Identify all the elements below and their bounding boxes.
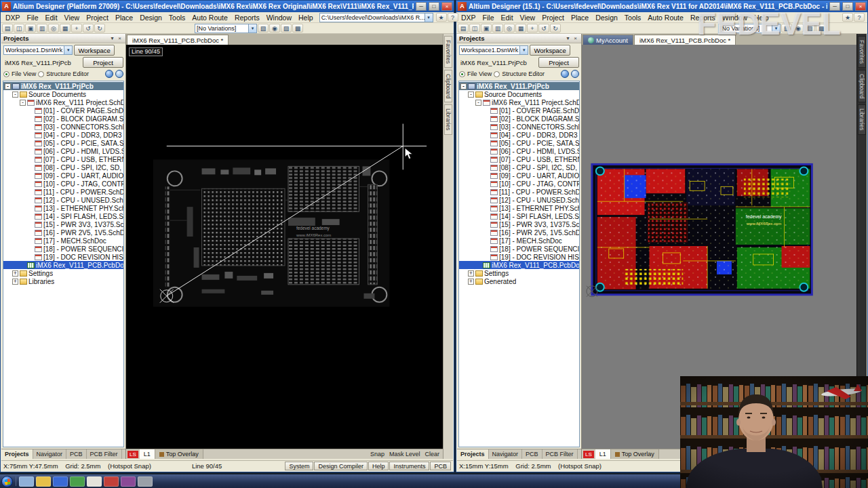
- tree-item[interactable]: [02] - BLOCK DIAGRAM.SchD: [459, 115, 579, 123]
- tree-expand-icon[interactable]: [483, 254, 489, 260]
- new-document-icon[interactable]: ▤: [458, 24, 469, 33]
- tree-item[interactable]: - iMX6 Rex_V111.PrjPcb: [3, 82, 123, 90]
- tree-expand-icon[interactable]: [483, 157, 489, 163]
- close-button[interactable]: ×: [441, 2, 452, 11]
- print-icon[interactable]: ▥: [492, 24, 503, 33]
- tree-item[interactable]: [14] - SPI FLASH, LEDS.SchDc: [459, 212, 579, 220]
- tree-item[interactable]: [17] - MECH.SchDoc: [3, 237, 123, 245]
- dropdown-arrow-icon[interactable]: ▾: [425, 14, 433, 22]
- tree-expand-icon[interactable]: [27, 189, 33, 195]
- document-tab[interactable]: MyAccount: [583, 35, 633, 45]
- tree-expand-icon[interactable]: [27, 165, 33, 171]
- refresh-icon[interactable]: [105, 70, 113, 78]
- side-panel-tab[interactable]: Libraries: [444, 104, 452, 135]
- route-icon[interactable]: ▨: [804, 24, 815, 33]
- maximize-button[interactable]: □: [842, 2, 853, 11]
- file-view-radio[interactable]: [459, 71, 465, 77]
- tree-item[interactable]: [18] - POWER SEQUENCING.: [459, 245, 579, 253]
- menu-item[interactable]: DXP: [458, 12, 479, 23]
- panel-tab[interactable]: Projects: [1, 449, 33, 459]
- panel-close-icon[interactable]: ×: [116, 35, 123, 41]
- area-select-icon[interactable]: ▦: [60, 24, 71, 33]
- grid-icon[interactable]: ▩: [292, 24, 303, 33]
- favorites-icon[interactable]: ★: [842, 13, 853, 22]
- tree-item[interactable]: [07] - CPU - USB, ETHERNET: [3, 155, 123, 163]
- variations-combo[interactable]: [No Variations] ▾: [195, 24, 257, 33]
- maximize-button[interactable]: □: [429, 2, 439, 11]
- address-combo[interactable]: C:\Users\fedevel\Downloads\iMX6 R... ▾: [319, 13, 433, 22]
- tree-expand-icon[interactable]: [483, 197, 489, 203]
- tree-expand-icon[interactable]: +: [468, 279, 474, 285]
- tree-expand-icon[interactable]: -: [468, 92, 474, 98]
- taskbar-app-altium[interactable]: [104, 476, 119, 487]
- menu-item[interactable]: Auto Route: [644, 12, 687, 23]
- tree-item[interactable]: [01] - COVER PAGE.SchDoc: [459, 106, 579, 115]
- side-panel-tab[interactable]: Libraries: [858, 104, 866, 135]
- route-icon[interactable]: ▨: [281, 24, 292, 33]
- project-button[interactable]: Project: [538, 57, 579, 68]
- file-view-radio[interactable]: [3, 71, 9, 77]
- tree-item[interactable]: [12] - CPU - UNUSED.SchDoc: [459, 196, 579, 204]
- layer-set-chip[interactable]: LS: [583, 451, 594, 458]
- tree-item[interactable]: [04] - CPU - DDR3, DDR3 MEM: [3, 131, 123, 139]
- tree-expand-icon[interactable]: [483, 238, 489, 244]
- tree-item[interactable]: [17] - MECH.SchDoc: [459, 237, 579, 245]
- tree-expand-icon[interactable]: [483, 189, 489, 195]
- tree-item[interactable]: [08] - CPU - SPI, I2C, SD, MM: [459, 163, 579, 171]
- panel-tab[interactable]: PCB Filter: [87, 449, 122, 459]
- tree-expand-icon[interactable]: [27, 124, 33, 130]
- tree-item[interactable]: [08] - CPU - SPI, I2C, SD, MMC: [3, 163, 123, 171]
- wiring-icon[interactable]: ▧: [258, 24, 269, 33]
- tree-expand-icon[interactable]: [27, 157, 33, 163]
- taskbar-app-folder[interactable]: [36, 476, 51, 487]
- tree-item[interactable]: [04] - CPU - DDR3, DDR3 ME: [459, 131, 579, 139]
- redo-icon[interactable]: ↻: [550, 24, 561, 33]
- tree-expand-icon[interactable]: [27, 148, 33, 155]
- tree-item[interactable]: [15] - PWR 3V3, 1V375.SchD: [3, 220, 123, 228]
- undo-icon[interactable]: ↺: [538, 24, 549, 33]
- menu-item[interactable]: DXP: [2, 12, 24, 23]
- tree-item[interactable]: [02] - BLOCK DIAGRAM.SchD: [3, 115, 123, 123]
- menu-item[interactable]: Reports: [231, 12, 263, 23]
- tree-expand-icon[interactable]: [27, 108, 33, 114]
- taskbar-app-browser[interactable]: [53, 476, 68, 487]
- menu-item[interactable]: Help: [295, 12, 317, 23]
- side-panel-tab[interactable]: Favorites: [858, 36, 866, 68]
- layer-tab[interactable]: L1: [595, 449, 611, 459]
- panel-tab[interactable]: PCB Filter: [542, 449, 578, 459]
- tree-item[interactable]: [13] - ETHERNET PHY.SchD: [3, 204, 123, 212]
- menu-item[interactable]: Edit: [42, 12, 61, 23]
- document-tab[interactable]: iMX6 Rex_V111_PCB.PcbDoc *: [127, 35, 229, 45]
- tree-item[interactable]: [10] - CPU - JTAG, CONTROL: [459, 180, 579, 188]
- menu-item[interactable]: Place: [112, 12, 136, 23]
- panel-settings-icon[interactable]: [571, 70, 579, 78]
- zoom-icon[interactable]: ◎: [48, 24, 59, 33]
- tree-item[interactable]: [06] - CPU - HDMI, LVDS.Sch: [459, 147, 579, 155]
- menu-item[interactable]: View: [517, 12, 539, 23]
- tree-item[interactable]: [03] - CONNECTORS.SchDoc: [459, 123, 579, 131]
- tree-expand-icon[interactable]: [27, 246, 33, 252]
- menu-item[interactable]: File: [24, 12, 42, 23]
- tree-item[interactable]: [05] - CPU - PCIE, SATA.Sch: [459, 139, 579, 147]
- tree-item[interactable]: [10] - CPU - JTAG, CONTROL: [3, 180, 123, 188]
- taskbar-app-media[interactable]: [70, 476, 85, 487]
- panel-tab[interactable]: PCB: [522, 449, 542, 459]
- tree-item[interactable]: [14] - SPI FLASH, LEDS.SchD: [3, 212, 123, 220]
- tree-expand-icon[interactable]: [475, 262, 481, 268]
- tree-expand-icon[interactable]: [483, 165, 489, 171]
- dropdown-arrow-icon[interactable]: ▾: [248, 24, 256, 33]
- tree-expand-icon[interactable]: [27, 238, 33, 244]
- title-bar[interactable]: A Altium Designer (Platform 27009) - C:\…: [1, 1, 454, 12]
- tree-expand-icon[interactable]: +: [12, 279, 18, 285]
- tree-item[interactable]: [16] - PWR 2V5, 1V5.SchDoc: [3, 228, 123, 237]
- menu-item[interactable]: Edit: [498, 12, 517, 23]
- status-panel-button[interactable]: Help: [368, 462, 389, 470]
- menu-item[interactable]: Design: [136, 12, 165, 23]
- move-icon[interactable]: +: [71, 24, 82, 33]
- mask-level-button[interactable]: Mask Level: [389, 451, 420, 458]
- tree-expand-icon[interactable]: [483, 140, 489, 146]
- project-name-field[interactable]: iMX6 Rex_V111.PrjPcb: [3, 58, 81, 67]
- tree-item[interactable]: [06] - CPU - HDMI, LVDS.SchD: [3, 147, 123, 155]
- panel-tab[interactable]: Navigator: [489, 449, 523, 459]
- tree-expand-icon[interactable]: [27, 197, 33, 203]
